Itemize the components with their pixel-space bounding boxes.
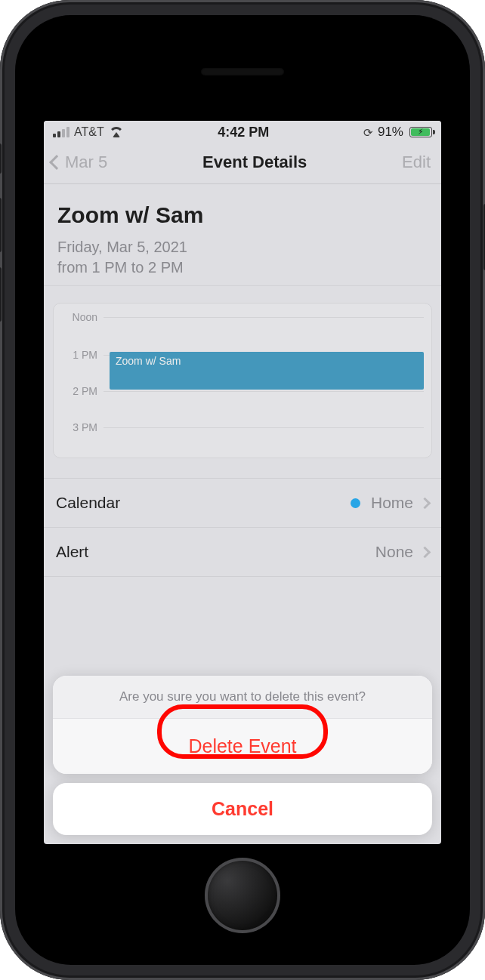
calendar-value: Home [371, 494, 413, 512]
page-title: Event Details [202, 153, 307, 172]
orientation-lock-icon: ⟳ [363, 127, 373, 138]
status-bar: AT&T 4:42 PM ⟳ 91% ⚡︎ [44, 121, 441, 143]
action-sheet-group: Are you sure you want to delete this eve… [53, 676, 432, 774]
battery-percent: 91% [378, 125, 403, 140]
calendar-color-dot [351, 498, 360, 508]
event-date: Friday, Mar 5, 2021 [57, 237, 428, 257]
timeline-label-3pm: 3 PM [58, 421, 103, 433]
mute-switch [0, 143, 2, 174]
volume-down-button [0, 267, 2, 322]
volume-up-button [0, 198, 2, 252]
content-area: Zoom w/ Sam Friday, Mar 5, 2021 from 1 P… [44, 184, 441, 577]
timeline-label-noon: Noon [58, 311, 103, 323]
event-header: Zoom w/ Sam Friday, Mar 5, 2021 from 1 P… [44, 184, 441, 286]
action-sheet-prompt: Are you sure you want to delete this eve… [53, 676, 432, 719]
delete-event-button[interactable]: Delete Event [53, 719, 432, 774]
navigation-bar: Mar 5 Event Details Edit [44, 143, 441, 184]
event-title: Zoom w/ Sam [57, 202, 428, 228]
battery-icon: ⚡︎ [409, 127, 432, 137]
iphone-device-frame: AT&T 4:42 PM ⟳ 91% ⚡︎ Mar 5 [0, 0, 485, 980]
delete-action-sheet: Are you sure you want to delete this eve… [53, 676, 432, 835]
timeline-label-2pm: 2 PM [58, 385, 103, 397]
mini-timeline: Noon 1 PM 2 PM 3 PM Zoom w/ Sam [53, 303, 432, 458]
calendar-row[interactable]: Calendar Home [44, 478, 441, 528]
event-time-range: from 1 PM to 2 PM [57, 257, 428, 278]
chevron-right-icon [419, 497, 431, 509]
screen: AT&T 4:42 PM ⟳ 91% ⚡︎ Mar 5 [44, 121, 441, 844]
back-button[interactable]: Mar 5 [51, 153, 107, 172]
wifi-icon [109, 127, 124, 137]
cellular-signal-icon [53, 127, 70, 137]
cancel-button[interactable]: Cancel [53, 783, 432, 835]
home-button[interactable] [205, 858, 280, 933]
chevron-left-icon [49, 155, 64, 170]
alert-row[interactable]: Alert None [44, 528, 441, 577]
charging-bolt-icon: ⚡︎ [418, 127, 424, 137]
edit-button[interactable]: Edit [402, 153, 434, 172]
carrier-label: AT&T [74, 125, 104, 139]
timeline-label-1pm: 1 PM [58, 349, 103, 361]
calendar-row-label: Calendar [56, 494, 120, 512]
timeline-event-block[interactable]: Zoom w/ Sam [110, 352, 424, 390]
earpiece-speaker [201, 68, 284, 76]
device-bezel: AT&T 4:42 PM ⟳ 91% ⚡︎ Mar 5 [15, 15, 470, 965]
alert-row-label: Alert [56, 543, 88, 561]
status-clock: 4:42 PM [218, 125, 269, 140]
back-label: Mar 5 [65, 153, 107, 172]
alert-value: None [375, 543, 413, 561]
chevron-right-icon [419, 546, 431, 558]
